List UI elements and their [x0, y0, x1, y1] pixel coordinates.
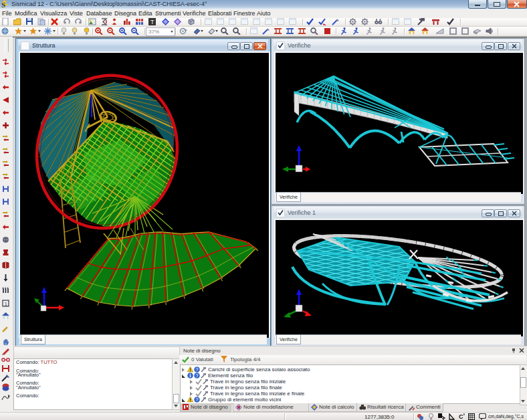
svg-text:T: T	[150, 19, 154, 25]
svg-text:?: ?	[196, 397, 199, 402]
svg-text:1: 1	[5, 301, 8, 307]
svg-text:S: S	[1, 1, 5, 9]
svg-text:?: ?	[196, 373, 199, 378]
svg-text:?: ?	[196, 367, 199, 372]
